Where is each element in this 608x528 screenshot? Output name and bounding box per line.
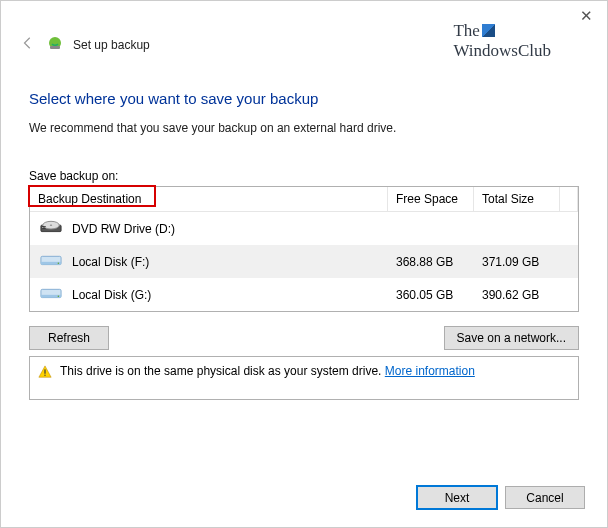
more-info-link[interactable]: More information	[385, 364, 475, 378]
disk-drive-icon	[40, 285, 62, 304]
footer-buttons: Next Cancel	[417, 486, 585, 509]
refresh-button[interactable]: Refresh	[29, 326, 109, 350]
free-space: 368.88 GB	[388, 251, 474, 273]
svg-rect-13	[44, 369, 45, 373]
svg-point-12	[58, 295, 59, 296]
wizard-icon	[47, 35, 63, 54]
save-network-button[interactable]: Save on a network...	[444, 326, 579, 350]
svg-point-9	[58, 262, 59, 263]
table-header: Backup Destination Free Space Total Size	[30, 187, 578, 212]
brand-square-icon	[482, 24, 495, 37]
page-heading: Select where you want to save your backu…	[29, 90, 579, 107]
free-space: 360.05 GB	[388, 284, 474, 306]
col-header-free[interactable]: Free Space	[388, 187, 474, 211]
svg-point-4	[50, 225, 52, 226]
table-row[interactable]: Local Disk (F:)368.88 GB371.09 GB	[30, 245, 578, 278]
brand-logo: The WindowsClub	[453, 21, 551, 61]
disk-drive-icon	[40, 252, 62, 271]
dvd-drive-icon: DVD	[40, 219, 62, 238]
total-size	[474, 225, 560, 233]
svg-text:DVD: DVD	[42, 226, 47, 228]
total-size: 390.62 GB	[474, 284, 560, 306]
drive-name: Local Disk (F:)	[72, 255, 149, 269]
cancel-button[interactable]: Cancel	[505, 486, 585, 509]
window-title: Set up backup	[73, 38, 150, 52]
col-header-destination[interactable]: Backup Destination	[30, 187, 388, 211]
drive-table: Backup Destination Free Space Total Size…	[29, 186, 579, 312]
svg-rect-14	[44, 375, 45, 376]
total-size: 371.09 GB	[474, 251, 560, 273]
header: Set up backup The WindowsClub	[1, 1, 607, 54]
warning-text: This drive is on the same physical disk …	[60, 364, 475, 378]
table-row[interactable]: Local Disk (G:)360.05 GB390.62 GB	[30, 278, 578, 311]
next-button[interactable]: Next	[417, 486, 497, 509]
col-header-spacer	[560, 187, 578, 211]
list-label: Save backup on:	[29, 169, 579, 183]
back-arrow-icon[interactable]	[19, 36, 37, 53]
drive-name: DVD RW Drive (D:)	[72, 222, 175, 236]
col-header-total[interactable]: Total Size	[474, 187, 560, 211]
table-row[interactable]: DVDDVD RW Drive (D:)	[30, 212, 578, 245]
recommend-text: We recommend that you save your backup o…	[29, 121, 579, 135]
svg-rect-1	[50, 46, 60, 49]
warning-panel: This drive is on the same physical disk …	[29, 356, 579, 400]
free-space	[388, 225, 474, 233]
warning-icon	[38, 365, 52, 379]
drive-name: Local Disk (G:)	[72, 288, 151, 302]
